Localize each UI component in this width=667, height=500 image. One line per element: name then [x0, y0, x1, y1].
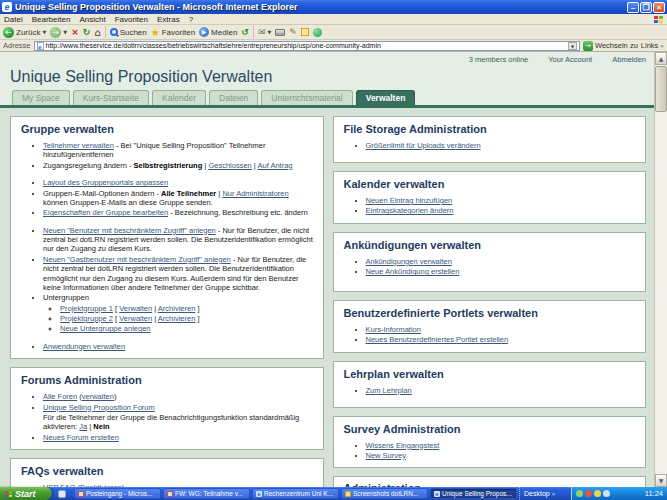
menu-item-ansicht[interactable]: Ansicht [79, 15, 105, 24]
link-gr-enlimit-f-r-uploads-ver-ndern[interactable]: Größenlimit für Uploads verändern [366, 141, 481, 150]
close-button[interactable]: × [653, 2, 665, 13]
link-neues-forum-erstellen[interactable]: Neues Forum erstellen [43, 433, 119, 442]
link-archivieren[interactable]: Archivieren [158, 304, 196, 313]
edit-button[interactable]: ✎ [289, 27, 297, 37]
home-button[interactable]: ⌂ [94, 27, 100, 38]
taskbar-task-unique-selling-propos[interactable]: eUnique Selling Propos... [430, 488, 517, 499]
tab-kalender[interactable]: Kalender [152, 90, 206, 105]
link-verwalten[interactable]: Verwalten [119, 314, 152, 323]
section-lehrplan-verwalten: Lehrplan verwaltenZum Lehrplan [333, 361, 647, 408]
quick-launch[interactable] [52, 487, 72, 500]
list-item: Neuen "Gastbenutzer mit beschränktem Zug… [43, 255, 315, 293]
link-kurs-information[interactable]: Kurs-Information [366, 325, 421, 334]
history-button[interactable]: ↺ [241, 27, 249, 37]
link-projektgruppe-2[interactable]: Projektgruppe 2 [60, 314, 113, 323]
link-eigenschaften-der-gruppe-bearbeiten[interactable]: Eigenschaften der Gruppe bearbeiten [43, 208, 168, 217]
forward-dropdown-icon[interactable]: ▼ [63, 29, 67, 35]
taskbar-task-fw-wg-teilnahme-v[interactable]: FW: WG: Teilnahme v... [163, 488, 250, 499]
menu-item-help[interactable]: ? [189, 15, 193, 24]
link-nur-administratoren[interactable]: Nur Administratoren [222, 189, 288, 198]
link-ank-ndigungen-verwalten[interactable]: Ankündigungen verwalten [366, 257, 452, 266]
link-new-survey[interactable]: New Survey [366, 451, 406, 460]
tray-status-icon[interactable] [576, 490, 583, 497]
menu-item-favoriten[interactable]: Favoriten [115, 15, 148, 24]
menu-item-bearbeiten[interactable]: Bearbeiten [32, 15, 71, 24]
section-administration: Administration [333, 476, 647, 487]
link-teilnehmer-verwalten[interactable]: Teilnehmer verwalten [43, 141, 114, 150]
go-label: Wechseln zu [595, 41, 638, 50]
tab-my-space[interactable]: My Space [12, 90, 70, 105]
tab-verwalten[interactable]: Verwalten [356, 90, 416, 105]
discuss-button[interactable] [301, 28, 309, 36]
link-auf-antrag[interactable]: Auf Antrag [257, 161, 292, 170]
forward-button[interactable]: → ▼ [50, 27, 67, 38]
messenger-button[interactable] [313, 28, 322, 37]
address-input[interactable]: e http://www.theservice.de/dotlrn/classe… [34, 41, 580, 51]
mail-dropdown-icon[interactable]: ▼ [267, 29, 271, 35]
scroll-down-button[interactable]: ▼ [655, 474, 667, 487]
scroll-thumb[interactable] [655, 66, 667, 112]
link-layout-des-gruppenportals-anpassen[interactable]: Layout des Gruppenportals anpassen [43, 178, 168, 187]
stop-button[interactable]: × [71, 27, 79, 37]
link-neuen-benutzer-mit-beschr-nktem-zugriff-anleg[interactable]: Neuen "Benutzer mit beschränktem Zugriff… [43, 226, 216, 235]
tab-dateien[interactable]: Dateien [209, 90, 258, 105]
link-anwendungen-verwalten[interactable]: Anwendungen verwalten [43, 342, 125, 351]
print-button[interactable] [275, 29, 285, 36]
sublist: Projektgruppe 1 [ Verwalten | Archiviere… [43, 304, 315, 334]
menu-item-datei[interactable]: Datei [4, 15, 23, 24]
link-neuen-eintrag-hinzuf-gen[interactable]: Neuen Eintrag hinzufügen [366, 196, 453, 205]
link-neue-ank-ndigung-erstellen[interactable]: Neue Ankündigung erstellen [366, 267, 460, 276]
restore-button[interactable]: ❐ [640, 2, 652, 13]
text: ) [114, 392, 117, 401]
tab-unterrichtsmaterial[interactable]: Unterrichtsmaterial [261, 90, 352, 105]
link-eintragskategorien-ndern[interactable]: Eintragskategorien ändern [366, 206, 454, 215]
refresh-button[interactable]: ↻ [83, 27, 91, 37]
tray-network-icon[interactable] [603, 490, 610, 497]
scroll-up-button[interactable]: ▲ [655, 52, 667, 65]
media-button[interactable]: ▶ Medien [199, 27, 237, 37]
list-item: Layout des Gruppenportals anpassen [43, 178, 315, 187]
tab-kurs-startseite[interactable]: Kurs-Startseite [73, 90, 149, 105]
link-verwalten[interactable]: verwalten [82, 392, 114, 401]
taskbar-task-posteingang-micros[interactable]: Posteingang - Micros... [74, 488, 161, 499]
menu-item-extras[interactable]: Extras [157, 15, 180, 24]
link-zum-lehrplan[interactable]: Zum Lehrplan [366, 386, 412, 395]
quick-launch-icon [58, 490, 66, 498]
tray-volume-icon[interactable] [594, 490, 601, 497]
desktop-toolbar[interactable]: Desktop » [519, 487, 571, 500]
link-ja[interactable]: Ja [79, 422, 87, 431]
links-label: Links [641, 41, 659, 50]
section-list: Teilnehmer verwalten - Bei "Unique Selli… [19, 141, 315, 351]
link-unique-selling-proposition-forum[interactable]: Unique Selling Proposition Forum [43, 403, 155, 412]
links-toolbar[interactable]: Links » [641, 41, 664, 50]
ie-icon: e [256, 491, 262, 497]
tray-security-icon[interactable] [585, 490, 592, 497]
section-heading: Ankündigungen verwalten [344, 239, 638, 251]
logout-link[interactable]: Abmelden [612, 55, 646, 66]
bold-text: Alle Teilnehmer [161, 189, 216, 198]
link-projektgruppe-1[interactable]: Projektgruppe 1 [60, 304, 113, 313]
taskbar-task-screenshots-dotlrn[interactable]: Screenshots dotLRN... [341, 488, 428, 499]
your-account-link[interactable]: Your Account [548, 55, 592, 66]
link-geschlossen[interactable]: Geschlossen [208, 161, 251, 170]
go-button[interactable]: → Wechseln zu [583, 41, 638, 51]
taskbar-task-rechenzentrum-uni-k[interactable]: eRechenzentrum Uni K... [252, 488, 339, 499]
link-neuen-gastbenutzer-mit-beschr-nktem-zugriff-a[interactable]: Neuen "Gastbenutzer mit beschränktem Zug… [43, 255, 231, 264]
link-archivieren[interactable]: Archivieren [158, 314, 196, 323]
vertical-scrollbar[interactable]: ▲ ▼ [654, 52, 667, 487]
back-dropdown-icon[interactable]: ▼ [42, 29, 46, 35]
link-neues-benutzerdefiniertes-portlet-erstellen[interactable]: Neues Benutzerdefiniertes Portlet erstel… [366, 335, 509, 344]
start-button[interactable]: Start [0, 487, 52, 500]
link-wissens-eingangstest[interactable]: Wissens Eingangstest [366, 441, 440, 450]
back-button[interactable]: ← Zurück ▼ [3, 27, 46, 38]
mail-button[interactable]: ✉ ▼ [258, 27, 271, 37]
minimize-button[interactable]: – [627, 2, 639, 13]
search-button[interactable]: Suchen [110, 28, 147, 37]
link-alle-foren[interactable]: Alle Foren [43, 392, 77, 401]
section-heading: Benutzerdefinierte Portlets verwalten [344, 307, 638, 319]
favorites-button[interactable]: ★ Favoriten [151, 27, 195, 38]
address-dropdown-icon[interactable]: ▼ [568, 42, 577, 50]
link-neue-untergruppe-anlegen[interactable]: Neue Untergruppe anlegen [60, 324, 150, 333]
column-left: Gruppe verwaltenTeilnehmer verwalten - B… [10, 116, 324, 487]
link-verwalten[interactable]: Verwalten [119, 304, 152, 313]
